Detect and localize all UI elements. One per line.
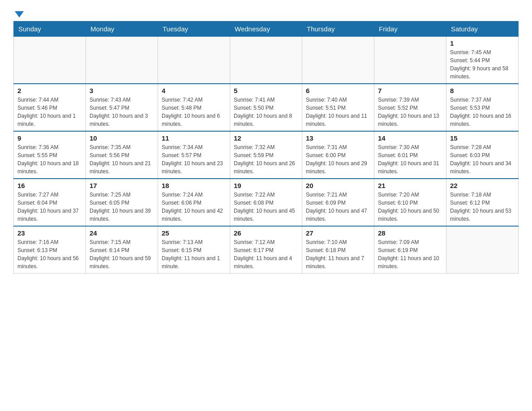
calendar-day-cell: 12Sunrise: 7:32 AMSunset: 5:59 PMDayligh…	[230, 131, 302, 179]
calendar-day-cell	[158, 37, 230, 84]
calendar-day-cell: 10Sunrise: 7:35 AMSunset: 5:56 PMDayligh…	[86, 131, 158, 179]
calendar-header-tuesday: Tuesday	[158, 21, 230, 37]
day-number: 1	[450, 39, 515, 47]
calendar-week-row: 2Sunrise: 7:44 AMSunset: 5:46 PMDaylight…	[14, 84, 519, 131]
calendar-day-cell: 26Sunrise: 7:12 AMSunset: 6:17 PMDayligh…	[230, 226, 302, 274]
day-number: 19	[234, 182, 298, 189]
calendar-week-row: 16Sunrise: 7:27 AMSunset: 6:04 PMDayligh…	[14, 179, 519, 226]
day-number: 11	[162, 134, 226, 142]
day-info: Sunrise: 7:13 AMSunset: 6:15 PMDaylight:…	[162, 238, 226, 270]
calendar-day-cell: 18Sunrise: 7:24 AMSunset: 6:06 PMDayligh…	[158, 179, 230, 226]
calendar-day-cell	[374, 37, 446, 84]
day-number: 6	[306, 87, 370, 94]
day-info: Sunrise: 7:41 AMSunset: 5:50 PMDaylight:…	[234, 96, 298, 128]
calendar-week-row: 1Sunrise: 7:45 AMSunset: 5:44 PMDaylight…	[14, 37, 519, 84]
day-info: Sunrise: 7:34 AMSunset: 5:57 PMDaylight:…	[162, 143, 226, 176]
day-info: Sunrise: 7:44 AMSunset: 5:46 PMDaylight:…	[17, 96, 82, 128]
day-number: 27	[306, 229, 370, 237]
day-number: 28	[378, 229, 442, 237]
calendar-day-cell	[14, 37, 86, 84]
day-info: Sunrise: 7:21 AMSunset: 6:09 PMDaylight:…	[306, 191, 370, 223]
day-info: Sunrise: 7:40 AMSunset: 5:51 PMDaylight:…	[306, 96, 370, 128]
day-number: 21	[378, 182, 442, 189]
calendar-day-cell	[86, 37, 158, 84]
calendar-table: SundayMondayTuesdayWednesdayThursdayFrid…	[13, 21, 519, 274]
day-info: Sunrise: 7:20 AMSunset: 6:10 PMDaylight:…	[378, 191, 442, 223]
day-number: 22	[450, 182, 515, 189]
calendar-day-cell	[302, 37, 374, 84]
calendar-day-cell: 8Sunrise: 7:37 AMSunset: 5:53 PMDaylight…	[446, 84, 519, 131]
day-info: Sunrise: 7:36 AMSunset: 5:55 PMDaylight:…	[17, 143, 82, 176]
page-header	[13, 9, 519, 17]
day-info: Sunrise: 7:30 AMSunset: 6:01 PMDaylight:…	[378, 143, 442, 176]
day-number: 18	[162, 182, 226, 189]
day-info: Sunrise: 7:31 AMSunset: 6:00 PMDaylight:…	[306, 143, 370, 176]
calendar-day-cell: 16Sunrise: 7:27 AMSunset: 6:04 PMDayligh…	[14, 179, 86, 226]
calendar-day-cell: 6Sunrise: 7:40 AMSunset: 5:51 PMDaylight…	[302, 84, 374, 131]
calendar-day-cell	[230, 37, 302, 84]
day-info: Sunrise: 7:25 AMSunset: 6:05 PMDaylight:…	[90, 191, 154, 223]
day-number: 12	[234, 134, 298, 142]
calendar-header-wednesday: Wednesday	[230, 21, 302, 37]
day-number: 5	[234, 87, 298, 94]
day-info: Sunrise: 7:43 AMSunset: 5:47 PMDaylight:…	[90, 96, 154, 128]
day-info: Sunrise: 7:15 AMSunset: 6:14 PMDaylight:…	[90, 238, 154, 270]
day-info: Sunrise: 7:45 AMSunset: 5:44 PMDaylight:…	[450, 48, 515, 81]
day-number: 14	[378, 134, 442, 142]
day-info: Sunrise: 7:24 AMSunset: 6:06 PMDaylight:…	[162, 191, 226, 223]
calendar-header-saturday: Saturday	[446, 21, 519, 37]
calendar-day-cell: 27Sunrise: 7:10 AMSunset: 6:18 PMDayligh…	[302, 226, 374, 274]
calendar-day-cell: 19Sunrise: 7:22 AMSunset: 6:08 PMDayligh…	[230, 179, 302, 226]
calendar-day-cell: 28Sunrise: 7:09 AMSunset: 6:19 PMDayligh…	[374, 226, 446, 274]
calendar-day-cell: 22Sunrise: 7:18 AMSunset: 6:12 PMDayligh…	[446, 179, 519, 226]
day-number: 16	[17, 182, 82, 189]
logo-arrow-icon	[15, 11, 24, 17]
calendar-day-cell: 9Sunrise: 7:36 AMSunset: 5:55 PMDaylight…	[14, 131, 86, 179]
day-info: Sunrise: 7:39 AMSunset: 5:52 PMDaylight:…	[378, 96, 442, 128]
calendar-day-cell: 14Sunrise: 7:30 AMSunset: 6:01 PMDayligh…	[374, 131, 446, 179]
day-number: 17	[90, 182, 154, 189]
day-info: Sunrise: 7:32 AMSunset: 5:59 PMDaylight:…	[234, 143, 298, 176]
calendar-day-cell: 1Sunrise: 7:45 AMSunset: 5:44 PMDaylight…	[446, 37, 519, 84]
day-info: Sunrise: 7:22 AMSunset: 6:08 PMDaylight:…	[234, 191, 298, 223]
calendar-day-cell: 20Sunrise: 7:21 AMSunset: 6:09 PMDayligh…	[302, 179, 374, 226]
day-number: 9	[17, 134, 82, 142]
day-info: Sunrise: 7:27 AMSunset: 6:04 PMDaylight:…	[17, 191, 82, 223]
calendar-day-cell: 21Sunrise: 7:20 AMSunset: 6:10 PMDayligh…	[374, 179, 446, 226]
day-number: 25	[162, 229, 226, 237]
calendar-header-thursday: Thursday	[302, 21, 374, 37]
day-number: 4	[162, 87, 226, 94]
day-number: 10	[90, 134, 154, 142]
calendar-day-cell: 24Sunrise: 7:15 AMSunset: 6:14 PMDayligh…	[86, 226, 158, 274]
logo	[13, 9, 24, 17]
day-number: 26	[234, 229, 298, 237]
calendar-day-cell: 15Sunrise: 7:28 AMSunset: 6:03 PMDayligh…	[446, 131, 519, 179]
day-info: Sunrise: 7:10 AMSunset: 6:18 PMDaylight:…	[306, 238, 370, 270]
calendar-header-sunday: Sunday	[14, 21, 86, 37]
calendar-day-cell: 5Sunrise: 7:41 AMSunset: 5:50 PMDaylight…	[230, 84, 302, 131]
calendar-day-cell: 3Sunrise: 7:43 AMSunset: 5:47 PMDaylight…	[86, 84, 158, 131]
day-info: Sunrise: 7:16 AMSunset: 6:13 PMDaylight:…	[17, 238, 82, 270]
day-info: Sunrise: 7:42 AMSunset: 5:48 PMDaylight:…	[162, 96, 226, 128]
day-number: 20	[306, 182, 370, 189]
calendar-header-monday: Monday	[86, 21, 158, 37]
calendar-day-cell: 2Sunrise: 7:44 AMSunset: 5:46 PMDaylight…	[14, 84, 86, 131]
calendar-day-cell: 17Sunrise: 7:25 AMSunset: 6:05 PMDayligh…	[86, 179, 158, 226]
day-info: Sunrise: 7:35 AMSunset: 5:56 PMDaylight:…	[90, 143, 154, 176]
day-number: 8	[450, 87, 515, 94]
day-info: Sunrise: 7:37 AMSunset: 5:53 PMDaylight:…	[450, 96, 515, 128]
day-number: 7	[378, 87, 442, 94]
calendar-day-cell: 25Sunrise: 7:13 AMSunset: 6:15 PMDayligh…	[158, 226, 230, 274]
day-number: 2	[17, 87, 82, 94]
calendar-header-friday: Friday	[374, 21, 446, 37]
calendar-header-row: SundayMondayTuesdayWednesdayThursdayFrid…	[14, 21, 519, 37]
day-info: Sunrise: 7:12 AMSunset: 6:17 PMDaylight:…	[234, 238, 298, 270]
day-number: 15	[450, 134, 515, 142]
calendar-day-cell: 4Sunrise: 7:42 AMSunset: 5:48 PMDaylight…	[158, 84, 230, 131]
calendar-week-row: 9Sunrise: 7:36 AMSunset: 5:55 PMDaylight…	[14, 131, 519, 179]
calendar-day-cell: 11Sunrise: 7:34 AMSunset: 5:57 PMDayligh…	[158, 131, 230, 179]
calendar-week-row: 23Sunrise: 7:16 AMSunset: 6:13 PMDayligh…	[14, 226, 519, 274]
day-info: Sunrise: 7:28 AMSunset: 6:03 PMDaylight:…	[450, 143, 515, 176]
day-info: Sunrise: 7:18 AMSunset: 6:12 PMDaylight:…	[450, 191, 515, 223]
calendar-day-cell: 23Sunrise: 7:16 AMSunset: 6:13 PMDayligh…	[14, 226, 86, 274]
